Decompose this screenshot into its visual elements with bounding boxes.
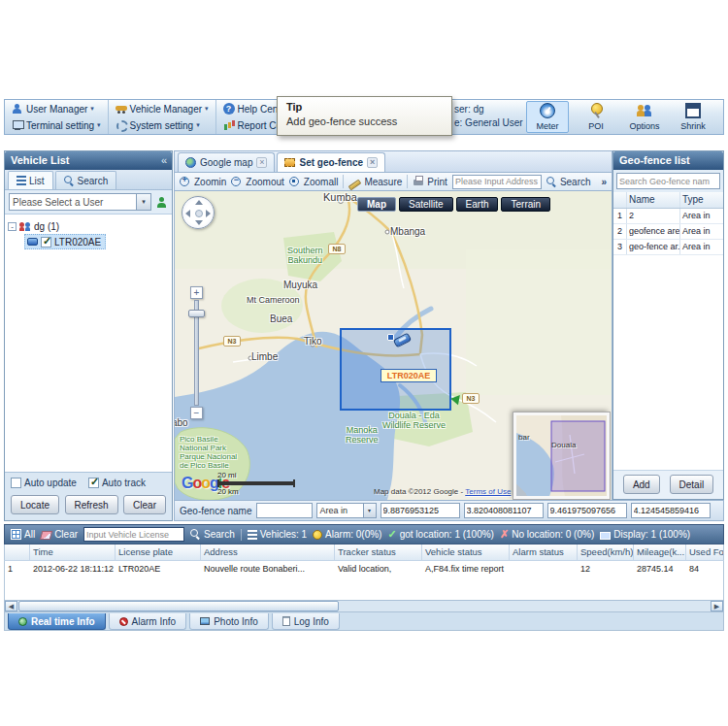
zoomout-button[interactable]: Zoomout: [231, 176, 283, 187]
maptype-earth-button[interactable]: Earth: [456, 197, 499, 212]
tab-set-geofence[interactable]: Set geo-fence ×: [277, 152, 385, 172]
maptype-map-button[interactable]: Map: [357, 197, 396, 212]
col-license-plate[interactable]: License plate: [116, 544, 201, 560]
clear-button[interactable]: Clear: [123, 495, 166, 514]
tab-list[interactable]: List: [8, 171, 53, 189]
map-canvas[interactable]: Kumba Mbanga Southern Bakundu Muyuka Mt …: [174, 191, 612, 500]
measure-label: Measure: [364, 177, 402, 187]
pan-right-arrow[interactable]: [206, 210, 211, 217]
toolbar-overflow-button[interactable]: »: [601, 177, 607, 187]
pan-up-arrow[interactable]: [195, 200, 203, 205]
terms-of-use-link[interactable]: Terms of Use: [465, 487, 511, 496]
zoom-slider-knob[interactable]: [188, 310, 205, 317]
scroll-right-arrow[interactable]: ▶: [711, 601, 723, 611]
pan-down-arrow[interactable]: [195, 220, 203, 225]
menu-user-manager[interactable]: User Manager ▾: [9, 101, 104, 117]
zoomin-button[interactable]: Zoomin: [180, 176, 226, 187]
load-user-icon[interactable]: [155, 196, 168, 209]
col-address[interactable]: Address: [201, 544, 335, 560]
clear-list-button[interactable]: Clear: [41, 529, 78, 540]
zoom-out-button[interactable]: −: [190, 407, 203, 419]
add-geofence-button[interactable]: Add: [623, 475, 660, 494]
coord-input-3[interactable]: [547, 503, 627, 518]
col-used-fuel[interactable]: Used Fo...: [686, 544, 723, 560]
col-mileage[interactable]: Mileage(k...: [634, 544, 686, 560]
geofence-row[interactable]: 1 2 Area in: [613, 209, 723, 224]
options-button[interactable]: Options: [623, 101, 666, 133]
poi-button[interactable]: POI: [575, 101, 617, 133]
auto-track-checkbox[interactable]: [88, 478, 99, 488]
inset-city-label: Douala: [551, 441, 576, 449]
refresh-button[interactable]: Refresh: [65, 495, 118, 514]
close-tab-icon[interactable]: ×: [367, 157, 378, 168]
col-alarm-status[interactable]: Alarm status: [510, 544, 578, 560]
tab-alarm-info[interactable]: Alarm Info: [109, 613, 187, 630]
map-search-button[interactable]: Search: [546, 177, 591, 187]
auto-update-option[interactable]: Auto update: [11, 478, 77, 488]
tab-google-map[interactable]: Google map ×: [178, 152, 275, 172]
menu-terminal-setting[interactable]: Terminal setting ▾: [9, 117, 104, 134]
address-input[interactable]: [452, 175, 542, 189]
table-empty-area: [4, 578, 724, 600]
print-button[interactable]: Print: [413, 176, 447, 187]
scrollbar-thumb[interactable]: [18, 601, 339, 611]
cross-icon: ✗: [500, 529, 509, 540]
zoomall-button[interactable]: Zoomall: [289, 176, 339, 187]
options-label: Options: [629, 121, 659, 131]
tab-photo-info[interactable]: Photo Info: [189, 613, 269, 630]
coord-input-1[interactable]: [381, 503, 460, 518]
geofence-col-name[interactable]: Name: [627, 192, 680, 208]
license-search-input[interactable]: [83, 527, 184, 542]
tab-log-info[interactable]: Log Info: [272, 613, 340, 630]
locate-button[interactable]: Locate: [11, 495, 59, 514]
inset-collapse-handle[interactable]: [516, 484, 528, 496]
coord-input-4[interactable]: [631, 503, 711, 518]
geofence-row[interactable]: 2 geofence are... Area in: [613, 224, 723, 240]
tree-expander-icon[interactable]: -: [8, 222, 17, 231]
poi-label: POI: [588, 121, 604, 131]
map-label: Douala - Eda Wildlife Reserve: [382, 411, 446, 430]
col-speed[interactable]: Speed(km/h): [578, 544, 634, 560]
grid-all-icon: [11, 529, 21, 540]
map-label: Pico Basile National Park Parque Naciona…: [180, 435, 237, 470]
menu-column-1: User Manager ▾ Terminal setting ▾: [5, 100, 109, 134]
tab-search[interactable]: Search: [55, 171, 117, 189]
dropdown-arrow-icon[interactable]: ▾: [136, 194, 150, 210]
tree-node-vehicle[interactable]: LTR020AE: [24, 234, 106, 249]
col-vehicle-status[interactable]: Vehicle status: [422, 544, 510, 560]
pan-left-arrow[interactable]: [185, 210, 190, 217]
geofence-type-dropdown[interactable]: Area in ▾: [316, 503, 377, 518]
dropdown-arrow-icon[interactable]: ▾: [363, 504, 376, 517]
vehicle-table-row[interactable]: 1 2012-06-22 18:11:12 LTR020AE Nouvelle …: [4, 561, 724, 578]
map-pan-control[interactable]: [182, 196, 215, 229]
collapse-panel-icon[interactable]: «: [161, 151, 167, 170]
license-search-button[interactable]: Search: [190, 529, 235, 540]
col-time[interactable]: Time: [30, 544, 116, 560]
user-select-dropdown[interactable]: Please Select a User ▾: [9, 193, 151, 211]
tree-node-root[interactable]: - dg (1): [8, 218, 169, 234]
geofence-col-type[interactable]: Type: [680, 192, 723, 208]
auto-update-checkbox[interactable]: [11, 478, 21, 488]
horizontal-scrollbar[interactable]: ◀ ▶: [4, 600, 724, 612]
menu-vehicle-manager[interactable]: Vehicle Manager ▾: [113, 101, 212, 117]
vehicle-checkbox[interactable]: [41, 237, 51, 248]
geofence-search-input[interactable]: [616, 173, 720, 189]
zoom-in-button[interactable]: +: [190, 286, 203, 299]
maptype-satellite-button[interactable]: Satellite: [399, 197, 453, 212]
close-tab-icon[interactable]: ×: [256, 157, 267, 168]
menu-system-setting[interactable]: System setting ▾: [113, 117, 212, 134]
maptype-terrain-button[interactable]: Terrain: [501, 197, 550, 212]
detail-geofence-button[interactable]: Detail: [670, 475, 714, 494]
coord-input-2[interactable]: [464, 503, 544, 518]
overview-inset-map[interactable]: Douala bar: [513, 412, 610, 499]
scroll-left-arrow[interactable]: ◀: [5, 601, 17, 611]
all-button[interactable]: All: [11, 529, 35, 540]
measure-button[interactable]: Measure: [348, 177, 402, 187]
geofence-name-input[interactable]: [256, 503, 313, 518]
geofence-row[interactable]: 3 geo-fence ar... Area in: [613, 240, 723, 255]
shrink-button[interactable]: Shrink: [672, 101, 714, 133]
meter-button[interactable]: Meter: [526, 101, 569, 133]
auto-track-option[interactable]: Auto track: [88, 478, 146, 488]
col-tracker-status[interactable]: Tracker status: [335, 544, 422, 560]
tab-real-time-info[interactable]: Real time Info: [8, 613, 106, 630]
